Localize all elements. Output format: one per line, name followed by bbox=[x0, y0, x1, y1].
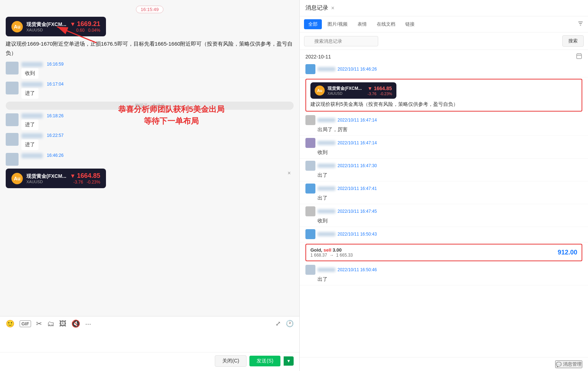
history-list: 2022/10/11 16:46:26 Au 现货黄金(FXCM... XAUU… bbox=[300, 62, 588, 357]
date-label: 2022-10-11 bbox=[305, 54, 331, 60]
msg-text: 出了 bbox=[305, 275, 582, 283]
blurred-username bbox=[318, 186, 335, 191]
msg-text: 收到 bbox=[305, 217, 582, 225]
image-icon[interactable]: 🖼 bbox=[59, 320, 66, 328]
tab-links[interactable]: 链接 bbox=[401, 19, 419, 29]
trade-card-left: Gold, sell 3.00 1 668.37 → 1 665.33 bbox=[310, 247, 353, 258]
stock-change: -3.76 -0.23% bbox=[368, 92, 392, 96]
tab-emoji[interactable]: 表情 bbox=[353, 19, 371, 29]
history-msg-item: 2022/10/11 16:50:43 bbox=[300, 227, 588, 242]
msg-time: 16:46:26 bbox=[47, 153, 64, 158]
chat-panel: 16:15:49 Au 现货黄金(FXCM... XAUUSD ▼ 1669.2… bbox=[0, 0, 300, 371]
msg-timestamp: 2022/10/11 16:50:46 bbox=[338, 267, 377, 272]
tab-docs[interactable]: 在线文档 bbox=[372, 19, 400, 29]
history-close-icon[interactable]: × bbox=[331, 5, 334, 11]
msg-text: 收到 bbox=[305, 149, 582, 156]
stock-card-close-btn[interactable]: × bbox=[288, 170, 291, 176]
msg-header: 2022/10/11 16:47:30 bbox=[305, 161, 582, 171]
avatar bbox=[6, 62, 19, 74]
msg-header: 2022/10/11 16:50:46 bbox=[305, 265, 582, 275]
expand-icon[interactable]: ⤢ bbox=[275, 320, 281, 328]
stock-price-2: 1664.85 bbox=[77, 172, 100, 180]
chat-msg-row: 16:17:04 进了 bbox=[6, 82, 294, 99]
send-dropdown-button[interactable]: ▼ bbox=[284, 356, 294, 366]
stock-info-2: 现货黄金(FXCM... XAUUSD bbox=[26, 173, 66, 184]
announce-text: 恭喜分析师团队获利5美金出局 等待下一单布局 bbox=[114, 103, 228, 127]
msg-header: 2022/10/11 16:47:14 bbox=[305, 138, 582, 148]
history-stock-card[interactable]: Au 现货黄金(FXCM... XAUUSD ▼ 1664.85 -3.76 -… bbox=[310, 82, 396, 99]
coin-icon-2: Au bbox=[11, 173, 23, 184]
history-tabs: 全部 图片/视频 表情 在线文档 链接 bbox=[300, 16, 588, 32]
tab-media[interactable]: 图片/视频 bbox=[323, 19, 352, 29]
avatar bbox=[305, 64, 315, 74]
gif-button[interactable]: GIF bbox=[20, 320, 31, 327]
avatar bbox=[305, 265, 315, 275]
history-header: 消息记录 × bbox=[300, 0, 588, 16]
calendar-icon[interactable] bbox=[576, 53, 582, 61]
close-button[interactable]: 关闭(C) bbox=[215, 355, 247, 367]
msg-timestamp: 2022/10/11 16:47:14 bbox=[338, 140, 377, 145]
msg-timestamp: 2022/10/11 16:47:41 bbox=[338, 186, 377, 191]
avatar bbox=[6, 153, 19, 166]
more-icon[interactable]: ··· bbox=[85, 320, 91, 328]
avatar bbox=[6, 133, 19, 146]
clock-icon[interactable]: 🕐 bbox=[286, 320, 294, 328]
chat-toolbar: 🙂 GIF ✂ 🗂 🖼 🔇 ··· ⤢ 🕐 bbox=[0, 316, 299, 331]
history-panel: 消息记录 × 全部 图片/视频 表情 在线文档 链接 🔍 搜索 2022-10-… bbox=[300, 0, 588, 371]
msg-header: 2022/10/11 16:47:14 bbox=[305, 115, 582, 125]
main-advice-text: 建议现价1669-1670附近空单进场，止损1676.5即可，目标先看1665-… bbox=[6, 39, 294, 57]
msg-header: 2022/10/11 16:50:43 bbox=[305, 229, 582, 239]
send-button[interactable]: 发送(S) bbox=[249, 356, 280, 366]
mute-icon[interactable]: 🔇 bbox=[71, 319, 80, 328]
stock-info: 现货黄金(FXCM... XAUUSD bbox=[328, 86, 362, 96]
stock-arrow-2: ▼ bbox=[70, 173, 76, 179]
chat-msg-row: 16:46:26 bbox=[6, 153, 294, 166]
msg-text: 出局了，厉害 bbox=[305, 126, 582, 133]
stock-change: 0.60 0.04% bbox=[70, 28, 100, 33]
stock-card-2[interactable]: Au 现货黄金(FXCM... XAUUSD ▼ 1664.85 -3.76 -… bbox=[6, 169, 106, 188]
history-msg-item: 2022/10/11 16:47:14 出局了，厉害 bbox=[300, 113, 588, 136]
msg-header: 2022/10/11 16:47:45 bbox=[305, 206, 582, 216]
chat-input-area bbox=[0, 331, 299, 352]
blurred-username bbox=[318, 232, 335, 236]
folder-icon[interactable]: 🗂 bbox=[47, 320, 54, 328]
stock-price: 1669.21 bbox=[77, 20, 100, 28]
search-input-wrap: 🔍 bbox=[304, 36, 559, 46]
scissors-icon[interactable]: ✂ bbox=[36, 319, 42, 328]
message-manage-button[interactable]: 💬 消息管理 bbox=[555, 360, 582, 368]
avatar bbox=[305, 229, 315, 239]
blurred-username bbox=[318, 118, 335, 122]
trade-amount: 912.00 bbox=[558, 249, 577, 256]
chat-msg-row: 16:16:59 收到 bbox=[6, 62, 294, 79]
chat-bottom-buttons: 关闭(C) 发送(S) ▼ bbox=[0, 352, 299, 371]
blurred-username bbox=[318, 268, 335, 272]
blurred-username bbox=[318, 164, 335, 168]
tab-all[interactable]: 全部 bbox=[304, 19, 322, 29]
search-button[interactable]: 搜索 bbox=[562, 35, 584, 47]
blurred-username bbox=[318, 67, 335, 71]
stock-card-1[interactable]: Au 现货黄金(FXCM... XAUUSD ▼ 1669.21 0.60 0.… bbox=[6, 17, 106, 36]
avatar bbox=[305, 161, 315, 171]
blurred-username bbox=[318, 209, 335, 213]
stock-price-area-2: ▼ 1664.85 -3.76 -0.23% bbox=[70, 172, 100, 185]
history-msg-item: 2022/10/11 16:47:41 出了 bbox=[300, 181, 588, 204]
history-msg-item: 2022/10/11 16:46:26 bbox=[300, 62, 588, 77]
emoji-icon[interactable]: 🙂 bbox=[6, 319, 15, 328]
msg-time: 16:18:26 bbox=[47, 113, 64, 118]
blurred-username bbox=[21, 113, 43, 118]
msg-bubble: 进了 bbox=[21, 119, 39, 130]
history-msg-item: 2022/10/11 16:50:46 出了 bbox=[300, 263, 588, 285]
coin-icon: Au bbox=[11, 21, 23, 32]
msg-bubble: 进了 bbox=[21, 88, 39, 99]
msg-content: 16:22:57 进了 bbox=[21, 133, 294, 150]
blurred-username bbox=[21, 82, 43, 87]
stock-price-area: ▼ 1664.85 -3.76 -0.23% bbox=[368, 85, 392, 96]
stock-name-2: 现货黄金(FXCM... bbox=[26, 173, 66, 180]
filter-icon[interactable] bbox=[577, 20, 584, 28]
history-msg-item: 2022/10/11 16:47:30 出了 bbox=[300, 159, 588, 181]
search-input[interactable] bbox=[304, 36, 378, 46]
trade-sell-label: sell bbox=[324, 247, 331, 253]
msg-content: 16:17:04 进了 bbox=[21, 82, 294, 99]
history-msg-item: 2022/10/11 16:47:14 收到 bbox=[300, 136, 588, 159]
coin-icon: Au bbox=[315, 86, 325, 96]
